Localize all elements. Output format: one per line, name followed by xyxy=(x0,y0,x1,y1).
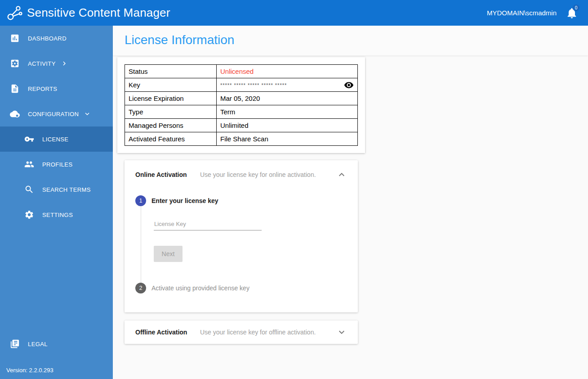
card-title: Offline Activation xyxy=(135,329,193,336)
sidebar-item-label: LICENSE xyxy=(42,136,68,143)
step-2-badge: 2 xyxy=(135,283,146,293)
people-icon xyxy=(24,159,34,169)
sidebar-item-label: DASHBOARD xyxy=(28,35,67,42)
row-label: Status xyxy=(125,65,217,78)
page-title: License Information xyxy=(125,33,588,47)
notifications-bell-icon[interactable]: 0 xyxy=(566,7,578,19)
row-label: Activated Features xyxy=(125,132,217,146)
online-activation-stepper: 1 Enter your license key Next 2 Activate… xyxy=(125,189,358,312)
dashboard-icon xyxy=(10,33,20,43)
sidebar-item-configuration[interactable]: CONFIGURATION xyxy=(0,101,113,126)
app-title: Sensitive Content Manager xyxy=(27,6,170,20)
row-label: Key xyxy=(125,78,217,92)
top-bar: Sensitive Content Manager MYDOMAIN\scmad… xyxy=(0,0,588,26)
legal-book-icon xyxy=(10,339,20,349)
row-label: Type xyxy=(125,105,217,119)
table-row: Key ***** ***** ***** ***** ***** xyxy=(125,78,358,92)
status-value: Unlicensed xyxy=(217,65,358,78)
collapse-chevron-up-icon[interactable] xyxy=(336,169,347,180)
table-row: Type Term xyxy=(125,105,358,119)
offline-activation-card: Offline Activation Use your license key … xyxy=(125,320,358,344)
notification-badge: 0 xyxy=(573,5,579,11)
expand-chevron-down-icon[interactable] xyxy=(336,327,347,338)
table-row: License Expiration Mar 05, 2020 xyxy=(125,92,358,105)
row-value: Term xyxy=(217,105,358,119)
search-icon xyxy=(24,185,34,194)
sidebar-item-label: PROFILES xyxy=(42,161,73,168)
table-row: Activated Features File Share Scan xyxy=(125,132,358,146)
online-activation-header[interactable]: Online Activation Use your license key f… xyxy=(125,160,358,189)
step-1-header: 1 Enter your license key xyxy=(135,195,347,206)
topbar-right: MYDOMAIN\scmadmin 0 xyxy=(487,7,578,19)
sidebar-item-label: REPORTS xyxy=(28,86,57,92)
row-label: License Expiration xyxy=(125,92,217,105)
online-activation-card: Online Activation Use your license key f… xyxy=(125,160,358,312)
row-value: Mar 05, 2020 xyxy=(217,92,358,105)
card-subtitle: Use your license key for online activati… xyxy=(200,171,336,178)
card-subtitle: Use your license key for offline activat… xyxy=(200,329,336,336)
license-key-input[interactable] xyxy=(154,218,262,230)
masked-key-value: ***** ***** ***** ***** ***** xyxy=(220,82,287,88)
sidebar-item-activity[interactable]: ACTIVITY xyxy=(0,51,113,76)
step-1-badge: 1 xyxy=(135,195,146,206)
sidebar-item-settings[interactable]: SETTINGS xyxy=(0,202,113,227)
sidebar-item-label: CONFIGURATION xyxy=(28,111,79,117)
key-icon xyxy=(24,134,34,144)
next-button[interactable]: Next xyxy=(154,246,183,262)
app-version: Version: 2.2.0.293 xyxy=(6,367,53,374)
row-value: File Share Scan xyxy=(217,132,358,146)
gear-icon xyxy=(24,210,34,220)
sidebar-item-label: SEARCH TERMS xyxy=(42,186,91,193)
sidebar-item-license[interactable]: LICENSE xyxy=(0,126,113,152)
offline-activation-header[interactable]: Offline Activation Use your license key … xyxy=(125,320,358,344)
sidebar: DASHBOARD ACTIVITY REPORTS CONFIGURATION… xyxy=(0,26,113,379)
main-content: License Information Status Unlicensed Ke… xyxy=(113,26,588,379)
sidebar-item-search-terms[interactable]: SEARCH TERMS xyxy=(0,177,113,202)
license-info-panel: Status Unlicensed Key ***** ***** ***** … xyxy=(117,57,365,153)
step-2-header: 2 Activate using provided license key xyxy=(135,283,347,293)
sidebar-item-profiles[interactable]: PROFILES xyxy=(0,152,113,177)
step-1-content: Next xyxy=(141,206,347,283)
chevron-down-icon xyxy=(83,110,91,118)
sidebar-item-legal[interactable]: LEGAL xyxy=(0,331,113,356)
app-logo-icon xyxy=(6,5,23,22)
page-header: License Information xyxy=(113,26,588,55)
sidebar-item-label: SETTINGS xyxy=(42,212,73,218)
step-2-label: Activate using provided license key xyxy=(151,284,249,292)
license-table: Status Unlicensed Key ***** ***** ***** … xyxy=(125,64,358,146)
content-column: Status Unlicensed Key ***** ***** ***** … xyxy=(117,57,365,344)
sidebar-item-label: ACTIVITY xyxy=(28,60,56,67)
activity-icon xyxy=(10,59,20,68)
row-label: Managed Persons xyxy=(125,119,217,132)
sidebar-item-reports[interactable]: REPORTS xyxy=(0,76,113,101)
chevron-right-icon xyxy=(60,59,68,68)
table-row: Managed Persons Unlimited xyxy=(125,119,358,132)
sidebar-item-label: LEGAL xyxy=(28,341,48,347)
configuration-icon xyxy=(10,109,20,119)
row-value: Unlimited xyxy=(217,119,358,132)
sidebar-item-dashboard[interactable]: DASHBOARD xyxy=(0,26,113,51)
table-row: Status Unlicensed xyxy=(125,65,358,78)
card-title: Online Activation xyxy=(135,171,193,178)
reports-icon xyxy=(10,84,20,94)
show-key-eye-icon[interactable] xyxy=(344,80,354,90)
step-1-label: Enter your license key xyxy=(151,197,218,204)
user-name: MYDOMAIN\scmadmin xyxy=(487,9,557,17)
